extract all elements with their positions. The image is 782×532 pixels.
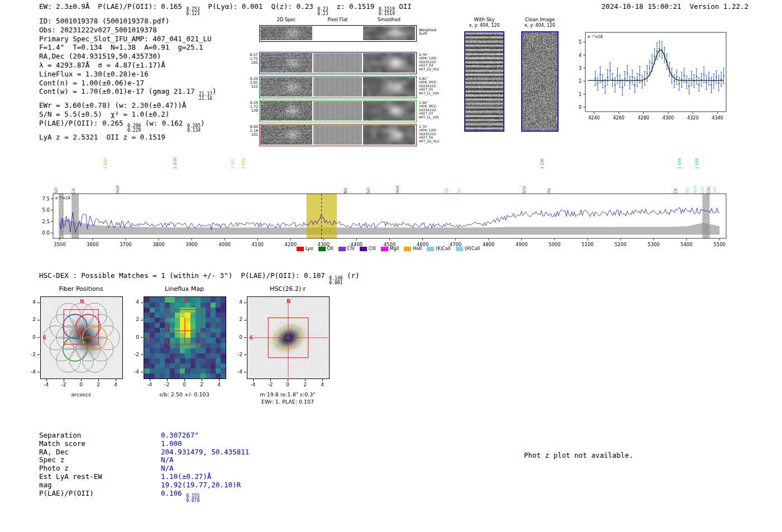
x-tick-label: -2: [160, 382, 174, 387]
y-tick-label: 1: [579, 92, 581, 97]
stack-bottom: 0.1519: [379, 12, 395, 16]
y-tick-label: 0: [26, 334, 36, 340]
clean-image: [521, 31, 559, 132]
y-tick: [244, 372, 246, 372]
legend-item: CIV: [338, 246, 355, 251]
y-tick: [37, 372, 40, 372]
spec2d-strip-flat: [313, 53, 362, 73]
cutout-image-fiber-positions: [40, 296, 123, 379]
text-segment: Obs: 20231222v027_5001019378: [39, 26, 157, 34]
text-segment: OII: [395, 2, 412, 11]
x-tick-label: 4240: [588, 116, 599, 121]
super-sub-stack: 0.1480.081: [329, 276, 342, 285]
spec2d-right-labels: Weighted Sum: [419, 28, 436, 36]
match-value-text: 0.307267": [161, 431, 199, 439]
y-tick-label: -4: [26, 369, 36, 375]
data-point: [708, 78, 710, 79]
match-value-text: N/A: [161, 464, 174, 472]
data-point: [698, 84, 700, 85]
spec2d-left-labels: 0.25 2.01 121: [244, 77, 258, 89]
match-label: Photo z: [39, 464, 161, 473]
spec2d-left-labels: 0.05 2.14 101: [244, 125, 258, 137]
x-tick-label: 2: [92, 382, 105, 387]
legend-swatch: [338, 247, 346, 251]
x-tick: [98, 379, 99, 381]
data-point: [607, 76, 608, 78]
stack-bottom: 0.134: [187, 128, 201, 133]
spec2d-col-title: 2D Spec: [260, 17, 312, 22]
text-segment: RA,Dec (204.931519,50.435730): [39, 52, 161, 60]
data-point: [627, 73, 628, 74]
match-value-text: 0.106: [161, 489, 186, 497]
x-tick-label: 2: [195, 382, 208, 387]
x-tick-label: 0: [281, 382, 294, 387]
y-tick: [37, 337, 40, 338]
match-label: Match score: [39, 440, 161, 448]
data-point: [716, 76, 717, 78]
x-tick: [46, 379, 47, 381]
y-tick-label: 4: [232, 299, 242, 305]
y-tick: [141, 354, 143, 355]
y-tick-label: -4: [129, 369, 139, 375]
match-label: RA, Dec: [39, 448, 161, 457]
match-row: Spec zN/A: [39, 456, 249, 464]
info-line: F=1.4" T=0.134 N=1.38 A=0.91 g=25.1: [39, 43, 217, 52]
text-segment: S/N = 5.5(±0.5) χ² = 1.0(±0.2): [39, 110, 169, 118]
super-sub-stack: 0.2050.134: [187, 124, 201, 133]
gaussian-fit-curve: [588, 50, 723, 80]
x-tick-label: -4: [246, 382, 260, 387]
line-label-H: Hγ: [456, 188, 461, 194]
info-line: RA,Dec (204.931519,50.435730): [39, 52, 217, 61]
elixer-report: EW: 2.3±0.9Å P(LAE)/P(OII): 0.165 0.2530…: [0, 0, 782, 532]
legend-label: (K)CaII: [436, 246, 451, 251]
line-label-CIV: } CIV: [241, 158, 246, 169]
spec2d-row: [259, 76, 417, 98]
legend-label: HeII: [413, 246, 422, 251]
match-label: Est LyA rest-EW: [39, 473, 161, 481]
spec2d-strip-smoothed: [363, 77, 415, 97]
detection-info-block: ID: 5001019378 (5001019378.pdf)Obs: 2023…: [39, 17, 217, 142]
cutout-image-lineflux-map: [144, 296, 226, 379]
data-point: [609, 70, 611, 71]
data-point: [721, 79, 722, 80]
cutout-xlabel2: EWr: 1. PLAE: 0.107: [236, 399, 340, 405]
text-segment: EW: 2.3±0.9Å P(LAE)/P(OII): 0.165: [39, 2, 186, 11]
x-tick: [167, 379, 168, 381]
legend-label: OII: [327, 246, 333, 251]
cutout-xlabel: arcsecs: [29, 391, 133, 397]
y-tick-label: 0: [232, 334, 242, 340]
spec2d-col-title: Pixel Flat: [313, 17, 362, 22]
summary-line: EW: 2.3±0.9Å P(LAE)/P(OII): 0.165 0.2530…: [39, 2, 412, 16]
match-value: 204.931479, 50.435811: [161, 448, 249, 457]
x-tick-label: -4: [143, 382, 156, 387]
match-row: Separation0.307267": [39, 432, 249, 440]
super-sub-stack: 0.15190.1519: [379, 7, 395, 16]
flux-units-label: e⁻¹⁷x2Å: [55, 195, 70, 200]
y-tick-label: -2: [129, 352, 139, 357]
match-row: P(LAE)/P(OII)0.106 0.1550.078: [39, 490, 249, 503]
spec2d-right-labels: 0.82" (404, 953) 20231222 v027_01 407_LL…: [419, 77, 439, 95]
spectrum-legend: LyαOIICIVCIIIMgIIHeII(K)CaII(H)CaII: [31, 246, 746, 251]
line-label-HeII: HeII: [693, 185, 698, 194]
sky-panel-title: Clean Image: [521, 17, 559, 22]
legend-item: (K)CaII: [427, 246, 451, 251]
info-line: P(LAE)/P(OII): 0.265 0.2980.229 (w: 0.16…: [39, 119, 217, 133]
data-point: [679, 83, 680, 85]
data-point: [617, 75, 618, 77]
data-point: [654, 56, 655, 57]
x-tick: [150, 379, 150, 381]
x-tick-label: 4340: [712, 116, 723, 121]
cutout-title-lineflux-map: Lineflux Map: [132, 285, 236, 293]
match-value: 1.000: [161, 440, 182, 448]
x-tick-label: 0: [74, 382, 88, 387]
y-tick-label: 2: [579, 79, 581, 84]
data-point: [622, 87, 623, 89]
spec2d-strip-flat: [313, 101, 362, 121]
line-label-OIII: OIII: [712, 186, 717, 194]
line-label-HeII: HeII: [395, 185, 400, 194]
data-point: [624, 78, 626, 79]
x-tick: [322, 379, 323, 381]
legend-item: MgII: [381, 246, 399, 251]
data-point: [718, 82, 719, 84]
line-label-OIII: OIII: [700, 186, 705, 194]
